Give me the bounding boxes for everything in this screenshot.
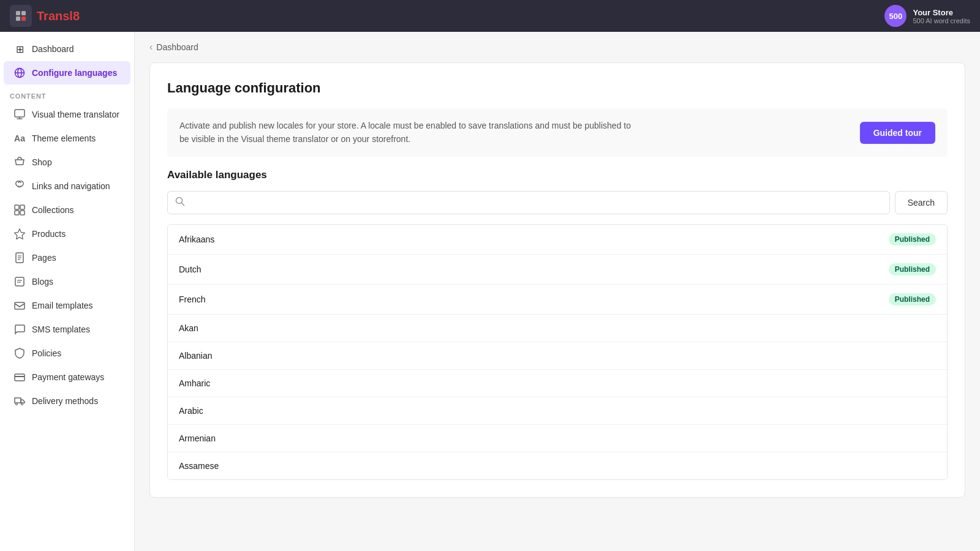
search-row: Search [167, 191, 948, 214]
sidebar-item-theme-elements[interactable]: Aa Theme elements [4, 127, 130, 150]
language-row[interactable]: Assamese [168, 452, 947, 479]
language-row[interactable]: Amharic [168, 370, 947, 397]
status-badge: Published [889, 293, 936, 305]
sidebar-item-label: SMS templates [32, 324, 90, 334]
svg-rect-7 [15, 110, 24, 117]
products-icon [13, 228, 26, 240]
sidebar-item-email-templates[interactable]: Email templates [4, 294, 130, 317]
links-navigation-icon [13, 180, 26, 192]
sidebar-item-collections[interactable]: Collections [4, 198, 130, 222]
status-badge: Published [889, 263, 936, 276]
store-name: Your Store [913, 8, 970, 17]
header-right: 500 Your Store 500 AI word credits [884, 5, 970, 27]
collections-icon [13, 204, 26, 216]
guided-tour-button[interactable]: Guided tour [860, 122, 935, 144]
sidebar-item-label: Products [32, 229, 66, 239]
svg-rect-16 [15, 277, 24, 286]
svg-rect-20 [15, 374, 24, 381]
sidebar-item-label: Visual theme translator [32, 110, 119, 119]
sidebar-item-label: Payment gateways [32, 372, 104, 382]
sidebar-item-label: Blogs [32, 277, 53, 287]
pages-icon [13, 252, 26, 264]
language-name: Akan [179, 323, 198, 333]
app-header: Transl8 500 Your Store 500 AI word credi… [0, 0, 980, 32]
available-languages-title: Available languages [167, 169, 948, 181]
language-name: Armenian [179, 433, 216, 443]
sidebar: ⊞ Dashboard Configure languages CONTENT [0, 32, 135, 551]
language-name: Dutch [179, 264, 202, 274]
page-title: Language configuration [167, 80, 948, 96]
svg-rect-0 [16, 11, 20, 15]
language-config-card: Language configuration Activate and publ… [149, 62, 965, 498]
sms-templates-icon [13, 323, 26, 335]
language-name: Amharic [179, 378, 210, 388]
logo-icon [10, 5, 32, 27]
language-name: French [179, 294, 206, 304]
svg-rect-3 [21, 17, 26, 21]
sidebar-item-pages[interactable]: Pages [4, 246, 130, 269]
policies-icon [13, 347, 26, 359]
language-row[interactable]: Albanian [168, 342, 947, 370]
sidebar-item-visual-theme-translator[interactable]: Visual theme translator [4, 103, 130, 126]
visual-theme-translator-icon [13, 108, 26, 121]
shop-icon [13, 156, 26, 168]
sidebar-item-configure-languages[interactable]: Configure languages [4, 61, 130, 84]
sidebar-item-links-navigation[interactable]: Links and navigation [4, 174, 130, 198]
language-row[interactable]: DutchPublished [168, 255, 947, 285]
language-name: Assamese [179, 461, 219, 471]
sidebar-item-policies[interactable]: Policies [4, 342, 130, 365]
logo: Transl8 [10, 5, 80, 27]
sidebar-item-label: Pages [32, 253, 56, 263]
svg-line-25 [182, 203, 184, 206]
search-input-wrap [167, 191, 890, 214]
svg-rect-8 [15, 205, 19, 209]
svg-point-23 [21, 403, 23, 405]
language-name: Albanian [179, 351, 213, 361]
sidebar-item-products[interactable]: Products [4, 222, 130, 246]
dashboard-icon: ⊞ [13, 43, 26, 55]
store-avatar: 500 [884, 5, 907, 27]
search-input[interactable] [190, 192, 882, 214]
breadcrumb: ‹ Dashboard [135, 32, 980, 62]
sidebar-item-label: Dashboard [32, 44, 74, 54]
content-section-label: CONTENT [0, 85, 134, 102]
svg-rect-19 [15, 302, 24, 309]
description-box: Activate and publish new locales for you… [167, 108, 948, 157]
sidebar-item-label: Shop [32, 157, 52, 167]
language-name: Arabic [179, 406, 203, 416]
store-info: Your Store 500 AI word credits [913, 8, 970, 24]
sidebar-item-shop[interactable]: Shop [4, 151, 130, 174]
search-button[interactable]: Search [895, 191, 948, 214]
sidebar-item-label: Collections [32, 205, 74, 215]
status-badge: Published [889, 233, 936, 246]
sidebar-item-payment-gateways[interactable]: Payment gateways [4, 365, 130, 389]
language-row[interactable]: FrenchPublished [168, 285, 947, 315]
language-row[interactable]: Arabic [168, 397, 947, 425]
language-row[interactable]: AfrikaansPublished [168, 225, 947, 255]
language-row[interactable]: Armenian [168, 425, 947, 452]
blogs-icon [13, 276, 26, 288]
svg-rect-9 [20, 205, 24, 209]
sidebar-item-blogs[interactable]: Blogs [4, 270, 130, 293]
language-list: AfrikaansPublishedDutchPublishedFrenchPu… [167, 224, 948, 480]
sidebar-item-dashboard[interactable]: ⊞ Dashboard [4, 37, 130, 61]
search-icon [175, 197, 185, 209]
store-credits: 500 AI word credits [913, 17, 970, 24]
sidebar-item-label: Policies [32, 348, 61, 358]
svg-rect-2 [16, 17, 20, 21]
breadcrumb-chevron-icon: ‹ [149, 42, 153, 53]
sidebar-item-sms-templates[interactable]: SMS templates [4, 318, 130, 341]
sidebar-item-delivery-methods[interactable]: Delivery methods [4, 389, 130, 413]
description-text: Activate and publish new locales for you… [179, 119, 639, 146]
language-row[interactable]: Akan [168, 315, 947, 342]
sidebar-item-label: Email templates [32, 301, 93, 310]
sidebar-item-label: Configure languages [32, 68, 117, 78]
logo-text: Transl8 [37, 9, 80, 23]
svg-rect-1 [21, 11, 26, 15]
sidebar-item-label: Links and navigation [32, 181, 110, 191]
theme-elements-icon: Aa [13, 132, 26, 144]
breadcrumb-link[interactable]: Dashboard [156, 42, 198, 52]
sidebar-item-label: Theme elements [32, 133, 96, 143]
sidebar-item-label: Delivery methods [32, 396, 98, 406]
language-name: Afrikaans [179, 234, 214, 244]
